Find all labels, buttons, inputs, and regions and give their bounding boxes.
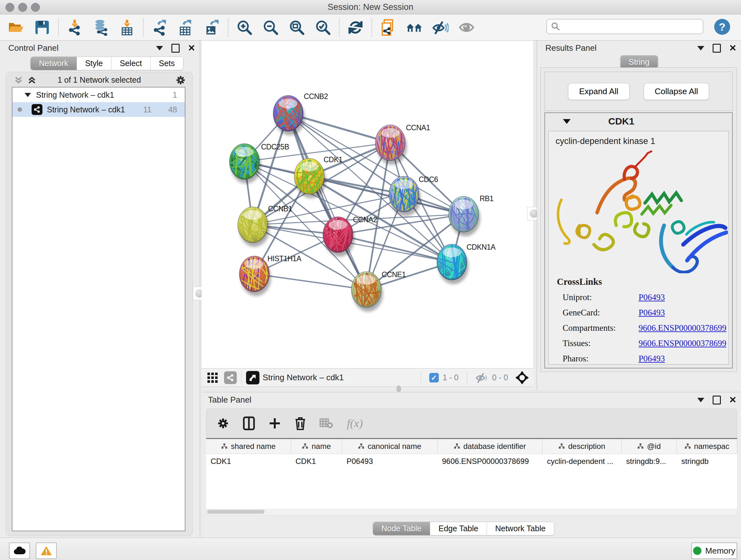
expand-all-button[interactable]: Expand All [568, 83, 630, 100]
node-label-CDKN1A: CDKN1A [467, 243, 495, 251]
float-panel-icon[interactable] [172, 44, 180, 53]
first-neighbors-button[interactable] [406, 19, 422, 36]
apply-layout-button[interactable] [347, 19, 364, 36]
delete-column-icon[interactable] [294, 416, 306, 430]
tab-string[interactable]: String [620, 56, 658, 69]
collapse-all-button[interactable]: Collapse All [644, 83, 710, 100]
close-panel-icon[interactable]: ✕ [188, 45, 195, 52]
gear-icon[interactable] [175, 75, 186, 85]
scrollbar-thumb[interactable] [207, 510, 265, 514]
clone-network-button[interactable] [380, 19, 396, 36]
zoom-selected-button[interactable] [315, 19, 331, 36]
node-label-CCNA2: CCNA2 [353, 215, 377, 224]
panel-menu-icon[interactable] [697, 46, 704, 51]
cloud-button[interactable] [9, 543, 30, 559]
add-column-icon[interactable] [268, 417, 281, 430]
cdk1-section-header[interactable]: CDK1 [545, 113, 732, 130]
string-network-graph[interactable]: CCNB2CCNA1CDC25BCDK1CDC6RB1CCNB1CCNA2CDK… [202, 41, 534, 368]
save-session-button[interactable] [34, 19, 51, 36]
results-panel: Results Panel ✕ String Expand All Collap… [537, 41, 741, 390]
table-settings-gear-icon[interactable] [217, 417, 229, 430]
edge-count: 48 [168, 105, 177, 114]
column-header--id[interactable]: @id [622, 439, 677, 454]
export-image-button[interactable] [204, 19, 220, 36]
export-image-icon [205, 19, 219, 36]
panel-menu-icon[interactable] [156, 46, 163, 51]
help-button[interactable]: ? [714, 19, 730, 35]
save-floppy-icon [35, 20, 50, 35]
tab-network-table[interactable]: Network Table [487, 522, 554, 535]
delete-table-icon[interactable] [320, 418, 333, 429]
close-panel-icon[interactable]: ✕ [729, 396, 737, 403]
clone-network-icon [381, 19, 396, 36]
warning-button[interactable] [36, 543, 57, 559]
show-columns-icon[interactable] [243, 416, 255, 430]
hidden-eye-icon[interactable] [475, 372, 488, 383]
network-canvas[interactable]: CCNB2CCNA1CDC25BCDK1CDC6RB1CCNB1CCNA2CDK… [202, 41, 534, 368]
crosslink-link[interactable]: P06493 [638, 354, 665, 364]
crosslink-link[interactable]: 9606.ENSP00000378699 [638, 338, 726, 348]
node-CCNB2[interactable] [267, 61, 305, 170]
table-horizontal-scrollbar[interactable] [206, 509, 737, 515]
crosslink-label: Uniprot: [562, 293, 638, 302]
status-bar: Memory [0, 538, 741, 560]
float-panel-icon[interactable] [713, 395, 721, 405]
column-header-shared-name[interactable]: shared name [206, 439, 291, 454]
cdk1-section-body: cyclin-dependent kinase 1 [548, 131, 729, 365]
search-input[interactable] [560, 22, 696, 31]
column-header-canonical-name[interactable]: canonical name [342, 439, 437, 454]
show-all-button[interactable] [458, 19, 475, 36]
node-CDC25B[interactable] [215, 108, 280, 219]
warning-icon [41, 546, 52, 556]
search-box[interactable] [546, 19, 703, 34]
apply-function-icon[interactable]: f(x) [347, 417, 363, 430]
table-panel-title: Table Panel [208, 395, 252, 405]
table-panel: Table Panel ✕ [202, 392, 741, 538]
table-cell: P06493 [342, 454, 437, 469]
selected-checkbox-icon[interactable]: ✓ [429, 373, 439, 382]
crosslink-link[interactable]: 9606.ENSP00000378699 [638, 323, 726, 333]
import-table-button[interactable] [119, 19, 135, 36]
export-network-button[interactable] [151, 19, 168, 36]
table-cell: stringdb:9... [622, 454, 677, 469]
crosslink-link[interactable]: P06493 [638, 293, 665, 302]
horizontal-splitter-handle[interactable] [396, 385, 401, 392]
main-toolbar: ? [0, 14, 741, 41]
close-panel-icon[interactable]: ✕ [729, 45, 737, 52]
node-CCNE1[interactable] [344, 237, 390, 347]
import-network-database-button[interactable] [92, 19, 109, 36]
crosslink-label: Pharos: [562, 354, 638, 364]
grid-view-icon[interactable] [207, 372, 218, 383]
control-panel-tabs: Network Style Select Sets [30, 57, 184, 70]
table-row[interactable]: CDK1CDK1P064939606.ENSP00000378699cyclin… [206, 454, 737, 469]
hide-selected-button[interactable] [432, 19, 449, 36]
column-header-name[interactable]: name [291, 439, 342, 454]
float-panel-icon[interactable] [713, 44, 721, 53]
panel-menu-icon[interactable] [697, 398, 704, 402]
memory-button[interactable]: Memory [691, 543, 737, 559]
tab-style[interactable]: Style [77, 57, 112, 70]
column-header-namespac[interactable]: namespac [677, 439, 737, 454]
open-in-window-icon[interactable] [246, 371, 259, 384]
zoom-fit-button[interactable] [288, 19, 305, 36]
tab-select[interactable]: Select [111, 57, 150, 70]
crosslink-link[interactable]: P06493 [638, 308, 665, 318]
zoom-out-button[interactable] [262, 19, 279, 36]
column-header-description[interactable]: description [542, 439, 622, 454]
open-session-button[interactable] [8, 19, 24, 36]
node-label-CCNA1: CCNA1 [406, 124, 430, 132]
tab-node-table[interactable]: Node Table [373, 522, 430, 535]
import-network-button[interactable] [66, 19, 83, 36]
move-crosshair-icon[interactable] [515, 371, 529, 385]
export-table-button[interactable] [178, 19, 194, 36]
zoom-in-button[interactable] [236, 19, 253, 36]
tab-sets[interactable]: Sets [151, 57, 183, 70]
column-header-database-identifier[interactable]: database identifier [437, 439, 542, 454]
share-view-icon[interactable] [224, 371, 237, 384]
network-row[interactable]: String Network – cdk1 11 48 [12, 102, 185, 117]
section-collapse-icon[interactable] [563, 119, 570, 124]
tab-network[interactable]: Network [30, 57, 77, 70]
tab-edge-table[interactable]: Edge Table [430, 522, 487, 535]
network-collection-row[interactable]: String Network – cdk1 1 [12, 87, 185, 102]
tree-expand-icon[interactable] [24, 93, 31, 97]
